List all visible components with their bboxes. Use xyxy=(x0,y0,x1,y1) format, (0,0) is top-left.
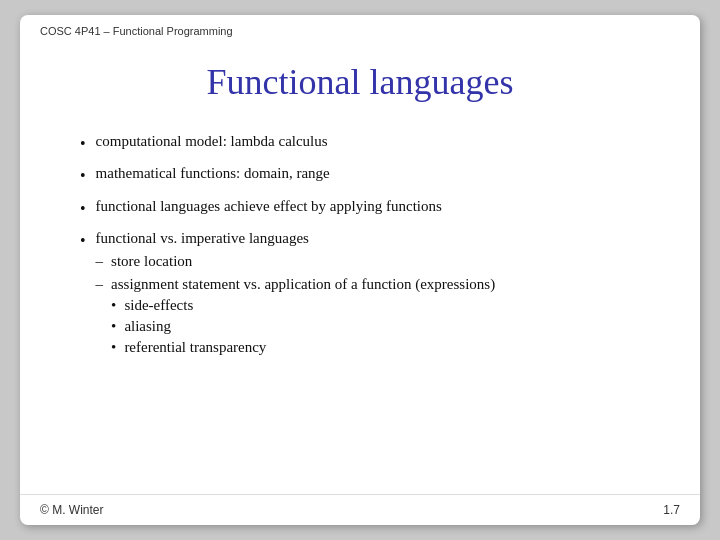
bullet-dot: • xyxy=(80,133,86,155)
list-item: • mathematical functions: domain, range xyxy=(80,165,640,187)
sub-sub-bullet-list: • side-effects • aliasing • xyxy=(111,297,495,356)
sub-text: assignment statement vs. application of … xyxy=(111,276,495,292)
header-title: COSC 4P41 – Functional Programming xyxy=(40,25,233,37)
bullet-dot: • xyxy=(80,198,86,220)
bullet-text: mathematical functions: domain, range xyxy=(96,165,330,182)
sub-sub-dot: • xyxy=(111,297,116,314)
main-title: Functional languages xyxy=(60,61,660,103)
slide-footer: © M. Winter 1.7 xyxy=(20,494,700,525)
slide-header: COSC 4P41 – Functional Programming xyxy=(20,15,700,41)
list-item: – store location xyxy=(96,253,496,270)
list-item: • functional vs. imperative languages – … xyxy=(80,230,640,366)
bullet-text: functional languages achieve effect by a… xyxy=(96,198,442,215)
sub-dash: – xyxy=(96,253,104,270)
sub-sub-dot: • xyxy=(111,339,116,356)
bullet-dot: • xyxy=(80,230,86,252)
sub-sub-text: aliasing xyxy=(124,318,171,335)
slide-title: Functional languages xyxy=(20,41,700,113)
list-item: • referential transparency xyxy=(111,339,495,356)
bullet-text: computational model: lambda calculus xyxy=(96,133,328,150)
footer-copyright: © M. Winter xyxy=(40,503,104,517)
list-item: • side-effects xyxy=(111,297,495,314)
bullet-dot: • xyxy=(80,165,86,187)
main-bullet-list: • computational model: lambda calculus •… xyxy=(80,133,640,366)
list-item: – assignment statement vs. application o… xyxy=(96,276,496,360)
sub-sub-dot: • xyxy=(111,318,116,335)
slide: COSC 4P41 – Functional Programming Funct… xyxy=(20,15,700,525)
slide-content: • computational model: lambda calculus •… xyxy=(20,113,700,494)
footer-page: 1.7 xyxy=(663,503,680,517)
list-item: • aliasing xyxy=(111,318,495,335)
bullet-text: functional vs. imperative languages xyxy=(96,230,309,246)
bullet-content: functional vs. imperative languages – st… xyxy=(96,230,496,366)
sub-bullet-list: – store location – assignment statement … xyxy=(96,253,496,360)
sub-sub-text: referential transparency xyxy=(124,339,266,356)
sub-text: store location xyxy=(111,253,192,270)
list-item: • computational model: lambda calculus xyxy=(80,133,640,155)
sub-dash: – xyxy=(96,276,104,293)
sub-sub-text: side-effects xyxy=(124,297,193,314)
sub-content: assignment statement vs. application of … xyxy=(111,276,495,360)
list-item: • functional languages achieve effect by… xyxy=(80,198,640,220)
